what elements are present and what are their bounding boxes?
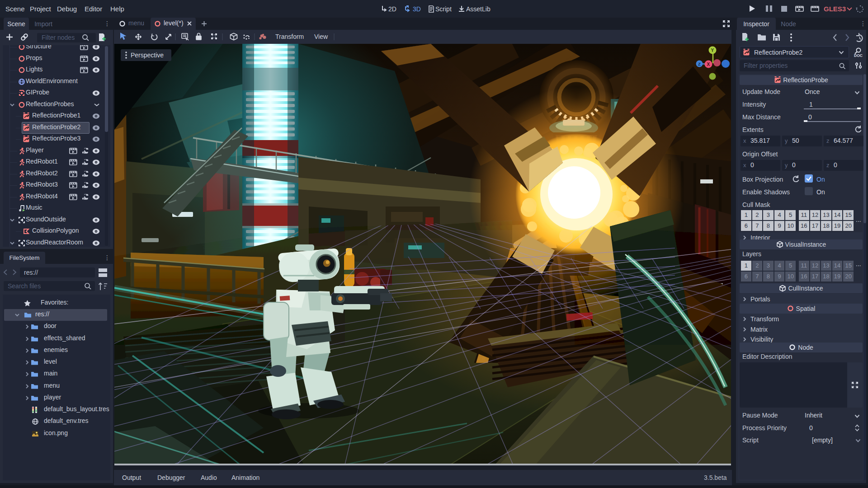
svg-text:AssetLib: AssetLib bbox=[466, 5, 491, 13]
svg-text:2D: 2D bbox=[388, 5, 396, 13]
svg-text:GLES3: GLES3 bbox=[824, 5, 846, 13]
svg-text:Y: Y bbox=[711, 48, 714, 53]
svg-text:DOC: DOC bbox=[854, 53, 863, 58]
svg-text:Filter nodes: Filter nodes bbox=[42, 34, 75, 41]
svg-text:View: View bbox=[314, 33, 328, 40]
svg-text:Z: Z bbox=[698, 61, 701, 66]
svg-text:X: X bbox=[707, 62, 710, 67]
svg-text:res://: res:// bbox=[24, 269, 38, 276]
svg-text:Perspective: Perspective bbox=[131, 52, 164, 59]
svg-text:3D: 3D bbox=[413, 5, 421, 13]
svg-text:Script: Script bbox=[435, 5, 452, 13]
svg-text:Search files: Search files bbox=[8, 282, 41, 290]
svg-text:Transform: Transform bbox=[275, 33, 304, 40]
